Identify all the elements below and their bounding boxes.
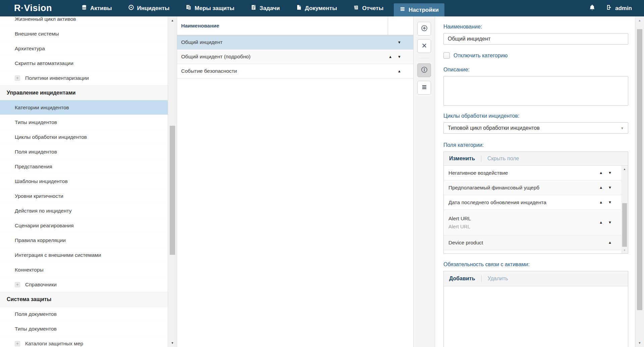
sidebar-item-automation-scripts[interactable]: Скрипты автоматизации [0,56,168,71]
scroll-up-icon[interactable]: ▲ [168,17,177,24]
nav-item-tasks[interactable]: Задачи [245,0,285,16]
fields-scrollbar[interactable]: ▲ ▼ [621,166,628,253]
logout-icon [606,4,612,12]
scroll-down-icon[interactable]: ▼ [168,340,177,346]
chevron-down-icon: ▼ [621,126,624,130]
add-asset-link-button[interactable]: Добавить [449,276,475,282]
move-down-icon[interactable] [608,200,612,204]
notifications-button[interactable] [589,4,596,12]
documents-page-icon [296,4,302,12]
sidebar-tree: Жизненный цикл активов Внешние системы А… [0,16,168,347]
delete-category-button[interactable] [417,39,431,53]
move-up-icon[interactable] [397,69,401,73]
sidebar-item-incident-fields[interactable]: Поля инцидентов [0,144,168,159]
category-properties-button[interactable] [417,81,431,95]
sidebar-item-criticality-levels[interactable]: Уровни критичности [0,189,168,204]
sidebar-item-connectors[interactable]: Коннекторы [0,263,168,277]
nav-item-assets[interactable]: Активы [75,0,118,16]
nav-item-reports[interactable]: Отчеты [347,0,389,16]
field-row[interactable]: Alert URL Alert URL [444,210,621,235]
sidebar-item-external-systems[interactable]: Внешние системы [0,26,168,41]
panel-scrollbar[interactable]: ▲ ▼ [635,16,644,347]
sidebar-scrollbar-thumb[interactable] [170,126,175,255]
move-up-icon[interactable] [599,200,603,204]
assets-link-list[interactable] [444,286,628,347]
field-row[interactable]: Device product [444,235,621,250]
move-up-icon[interactable] [599,186,603,189]
panel-scrollbar-thumb[interactable] [637,29,642,310]
add-category-button[interactable] [417,22,431,36]
fields-scrollbar-thumb[interactable] [622,203,627,247]
disable-category-control[interactable]: Отключить категорию [443,52,628,59]
move-up-icon[interactable] [608,241,612,244]
sidebar-item-correlation-rules[interactable]: Правила корреляции [0,233,168,248]
category-fields-box: Изменить Скрыть поле Негативное воздейст… [443,152,628,254]
category-toolbar [414,16,435,347]
move-down-icon[interactable] [608,171,612,175]
remove-asset-link-button[interactable]: Удалить [488,276,508,282]
nav-item-settings[interactable]: Настройки [394,3,444,16]
sidebar-item-inventory-policies[interactable]: + Политики инвентаризации [0,71,168,85]
scroll-up-icon[interactable]: ▲ [621,166,628,172]
edit-field-button[interactable]: Изменить [449,156,475,162]
table-row[interactable]: Общий инцидент (подробно) [177,50,413,64]
bell-icon [589,4,596,12]
assets-link-label: Обязательность связи с активами: [443,262,628,268]
cycles-label: Циклы обработки инцидентов: [443,113,628,119]
table-header: Наименование [177,16,413,35]
expand-plus-icon[interactable]: + [15,282,20,287]
move-up-icon[interactable] [599,221,603,224]
sidebar-item-external-integration[interactable]: Интеграция с внешними системами [0,248,168,263]
move-down-icon[interactable] [608,221,612,224]
user-menu[interactable]: admin [606,4,632,12]
add-circle-icon [421,24,428,33]
move-up-icon[interactable] [388,55,392,59]
hide-field-button[interactable]: Скрыть поле [487,156,519,162]
name-input[interactable]: Общий инцидент [443,33,628,45]
sidebar-item-asset-lifecycle[interactable]: Жизненный цикл активов [0,16,168,26]
move-up-icon[interactable] [599,171,603,175]
sidebar-item-incident-actions[interactable]: Действия по инциденту [0,204,168,218]
cycles-select[interactable]: Типовой цикл обработки инцидентов ▼ [443,122,628,134]
field-row[interactable]: Предполагаемый финансовый ущерб [444,180,621,195]
table-row[interactable]: Событие безопасности [177,64,413,78]
expand-plus-icon[interactable]: + [15,341,20,346]
field-row[interactable]: Негативное воздействие [444,166,621,180]
scroll-down-icon[interactable]: ▼ [621,247,628,253]
sidebar-item-protection-catalogs[interactable]: + Каталоги защитных мер [0,336,168,347]
sidebar-item-incident-types[interactable]: Типы инцидентов [0,115,168,130]
top-navbar: R·Vision Активы Инциденты Меры защиты [0,0,644,16]
sidebar-item-response-scenarios[interactable]: Сценарии реагирования [0,218,168,233]
settings-menu-icon [399,6,406,14]
column-header-name[interactable]: Наименование [177,16,388,35]
scroll-down-icon[interactable]: ▼ [635,340,644,346]
scroll-up-icon[interactable]: ▲ [635,17,644,24]
username: admin [615,5,632,12]
sidebar-item-architecture[interactable]: Архитектура [0,41,168,56]
sidebar-item-directories[interactable]: + Справочники [0,277,168,292]
field-row[interactable]: Дата последнего обновления инцидента [444,195,621,210]
description-textarea[interactable] [443,76,628,106]
category-info-button[interactable] [417,63,431,77]
move-down-icon[interactable] [608,186,612,189]
nav-item-documents[interactable]: Документы [290,0,343,16]
move-down-icon[interactable] [397,41,401,44]
main-area: Жизненный цикл активов Внешние системы А… [0,16,644,347]
expand-plus-icon[interactable]: + [15,75,20,81]
sidebar-item-document-types[interactable]: Типы документов [0,322,168,336]
sidebar-item-views[interactable]: Представления [0,159,168,174]
nav-item-incidents[interactable]: Инциденты [122,0,175,16]
sidebar-item-incident-cycles[interactable]: Циклы обработки инцидентов [0,130,168,144]
category-fields-label: Поля категории: [443,142,628,148]
rvision-logo: R·Vision [0,0,75,16]
sidebar-item-incident-categories[interactable]: Категории инцидентов [0,100,168,115]
assets-database-icon [81,4,87,12]
table-row[interactable]: Общий инцидент [177,35,413,50]
nav-item-protection[interactable]: Меры защиты [180,0,240,16]
sidebar-item-document-fields[interactable]: Поля документов [0,307,168,322]
fields-toolbar: Изменить Скрыть поле [444,152,628,166]
disable-category-checkbox[interactable] [443,52,450,59]
move-down-icon[interactable] [397,55,401,59]
sidebar-scrollbar[interactable]: ▲ ▼ [168,16,177,347]
sidebar-item-incident-templates[interactable]: Шаблоны инцидентов [0,174,168,189]
